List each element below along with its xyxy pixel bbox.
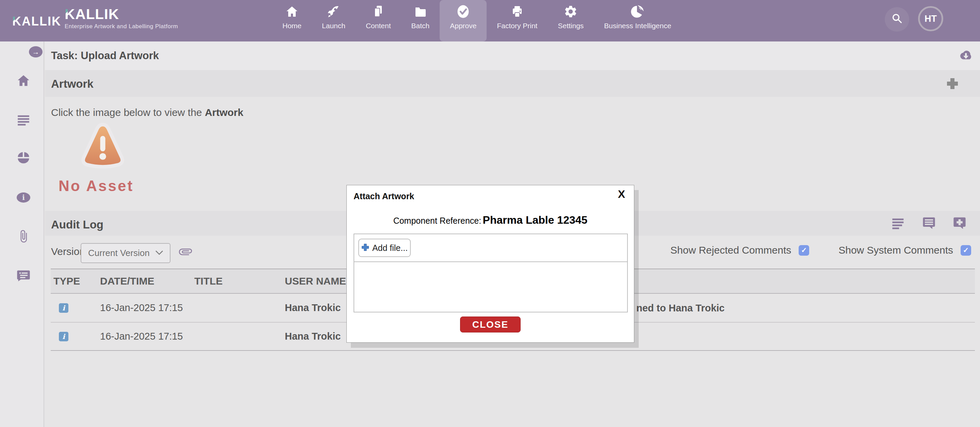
logo-letter-k: K xyxy=(12,14,22,28)
artwork-section-header: Artwork xyxy=(45,70,980,97)
top-navigation-bar: KALLIK KALLIK Enterprise Artwork and Lab… xyxy=(0,0,980,41)
column-header-type: TYPE xyxy=(51,275,97,287)
show-system-checkbox[interactable]: ✓ xyxy=(961,245,971,256)
comment-add-icon[interactable] xyxy=(952,216,967,230)
logo-letters: ALLIK xyxy=(22,14,61,28)
add-file-button[interactable]: Add file... xyxy=(358,239,411,257)
kallik-logo-small: KALLIK xyxy=(12,14,61,29)
sidebar-item-home[interactable] xyxy=(16,73,31,89)
close-icon[interactable]: X xyxy=(618,188,625,201)
kallik-logo-main: KALLIK Enterprise Artwork and Labelling … xyxy=(65,7,178,30)
show-rejected-label: Show Rejected Comments xyxy=(670,244,791,256)
hint-prefix: Click the image below to view the xyxy=(51,107,205,118)
audit-log-toolbar xyxy=(891,216,967,230)
documents-icon xyxy=(371,4,386,19)
comment-lines-icon[interactable] xyxy=(921,216,937,230)
artwork-section-title: Artwork xyxy=(51,78,94,90)
folder-icon xyxy=(413,4,428,19)
nav-item-business-intelligence[interactable]: Business Intelligence xyxy=(594,0,681,41)
warning-triangle-icon xyxy=(80,169,126,175)
cloud-download-icon[interactable] xyxy=(956,48,974,64)
file-upload-toolbar: Add file... xyxy=(354,234,627,262)
nav-label: Home xyxy=(282,22,301,30)
file-upload-box: Add file... xyxy=(353,233,628,313)
page-title: Task: Upload Artwork xyxy=(51,50,159,62)
sidebar-item-list[interactable] xyxy=(16,113,31,129)
check-circle-icon xyxy=(456,4,471,19)
rocket-icon xyxy=(326,4,341,19)
user-avatar[interactable]: HT xyxy=(918,6,943,31)
comment-filters: Show Rejected Comments ✓ Show System Com… xyxy=(670,244,971,256)
nav-item-factory-print[interactable]: Factory Print xyxy=(487,0,547,41)
column-header-datetime: DATE/TIME xyxy=(97,275,191,287)
sidebar-item-comments[interactable] xyxy=(16,268,31,284)
no-asset-label: No Asset xyxy=(59,178,167,194)
cell-datetime: 16-Jan-2025 17:15 xyxy=(97,331,191,342)
nav-label: Approve xyxy=(450,22,476,30)
no-asset-image[interactable]: No Asset xyxy=(59,121,147,194)
nav-item-approve[interactable]: Approve xyxy=(440,0,487,41)
sidebar-expand-button[interactable]: → xyxy=(29,46,43,57)
left-sidebar: → i xyxy=(0,41,44,427)
attach-artwork-dialog: Attach Artwork X Component Reference: Ph… xyxy=(347,185,634,343)
nav-item-home[interactable]: Home xyxy=(272,0,312,41)
hint-bold: Artwork xyxy=(205,107,243,118)
search-button[interactable] xyxy=(885,7,909,32)
component-reference-value: Pharma Lable 12345 xyxy=(483,214,588,226)
nav-item-settings[interactable]: Settings xyxy=(547,0,594,41)
home-icon xyxy=(16,73,30,89)
show-rejected-checkbox[interactable]: ✓ xyxy=(799,245,809,256)
printer-icon xyxy=(510,4,525,19)
task-header-row: Task: Upload Artwork xyxy=(45,41,980,70)
check-icon: ✓ xyxy=(801,246,807,254)
audit-log-title: Audit Log xyxy=(51,218,103,231)
chevron-down-icon xyxy=(155,249,164,257)
nav-label: Factory Print xyxy=(497,22,537,30)
check-icon: ✓ xyxy=(963,246,969,254)
home-icon xyxy=(285,4,299,19)
close-button[interactable]: CLOSE xyxy=(460,316,520,332)
component-reference-label: Component Reference: xyxy=(393,216,481,225)
nav-item-content[interactable]: Content xyxy=(356,0,401,41)
cell-description-fragment: ned to Hana Trokic xyxy=(636,302,724,313)
sidebar-item-attachments[interactable] xyxy=(16,229,31,245)
version-select[interactable]: Current Version xyxy=(81,243,170,263)
nav-item-batch[interactable]: Batch xyxy=(401,0,440,41)
show-system-label: Show System Comments xyxy=(838,244,953,256)
info-icon: i xyxy=(16,190,31,206)
search-icon xyxy=(891,12,904,27)
svg-text:i: i xyxy=(22,194,25,202)
sidebar-item-info[interactable]: i xyxy=(16,190,31,206)
list-lines-icon xyxy=(16,113,30,129)
info-icon: i xyxy=(59,303,68,313)
logo-letter-k: K xyxy=(65,6,75,22)
version-selected-value: Current Version xyxy=(88,248,155,259)
nav-item-launch[interactable]: Launch xyxy=(312,0,356,41)
nav-label: Settings xyxy=(558,22,584,30)
column-header-title: TITLE xyxy=(191,275,282,287)
cell-datetime: 16-Jan-2025 17:15 xyxy=(97,302,191,313)
pie-segments-icon xyxy=(16,151,31,167)
logo-letters: ALLIK xyxy=(75,6,119,22)
sidebar-item-segments[interactable] xyxy=(16,151,31,167)
nav-label: Batch xyxy=(411,22,430,30)
component-reference: Component Reference: Pharma Lable 12345 xyxy=(347,214,634,226)
version-paperclip-icon[interactable] xyxy=(178,244,192,259)
add-file-label: Add file... xyxy=(372,243,408,253)
avatar-initials: HT xyxy=(924,14,937,24)
nav-label: Content xyxy=(366,22,391,30)
dialog-title: Attach Artwork xyxy=(353,191,414,201)
arrow-right-icon: → xyxy=(32,48,40,56)
info-icon: i xyxy=(59,332,68,341)
align-left-icon[interactable] xyxy=(891,216,906,230)
plus-icon xyxy=(361,243,369,252)
add-artwork-icon[interactable] xyxy=(946,77,959,90)
main-nav: Home Launch Content Batch Approve xyxy=(272,0,682,41)
file-list-area xyxy=(354,262,627,312)
comment-list-icon xyxy=(16,268,31,284)
gear-icon xyxy=(563,4,578,19)
pie-chart-icon xyxy=(630,4,645,19)
nav-label: Launch xyxy=(322,22,345,30)
artwork-hint-text: Click the image below to view the Artwor… xyxy=(51,107,243,118)
paperclip-icon xyxy=(17,229,30,245)
